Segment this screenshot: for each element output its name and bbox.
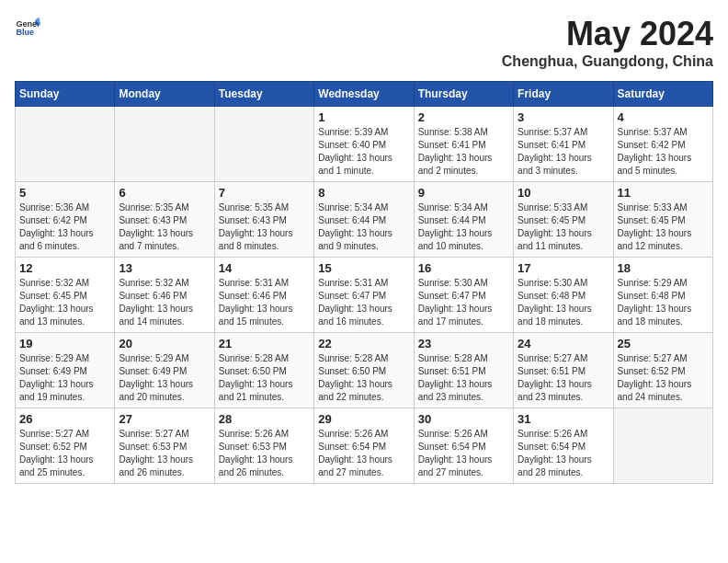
cell-date-number: 10	[518, 186, 609, 200]
calendar-cell: 10Sunrise: 5:33 AM Sunset: 6:45 PM Dayli…	[514, 182, 613, 258]
cell-info-text: Sunrise: 5:27 AM Sunset: 6:52 PM Dayligh…	[618, 352, 709, 404]
cell-date-number: 28	[219, 412, 310, 426]
cell-info-text: Sunrise: 5:31 AM Sunset: 6:47 PM Dayligh…	[318, 277, 409, 328]
cell-date-number: 30	[418, 412, 509, 426]
title-area: May 2024 Chenghua, Guangdong, China	[502, 15, 713, 70]
cell-info-text: Sunrise: 5:35 AM Sunset: 6:43 PM Dayligh…	[219, 201, 310, 253]
calendar-table: SundayMondayTuesdayWednesdayThursdayFrid…	[15, 81, 713, 484]
calendar-cell: 13Sunrise: 5:32 AM Sunset: 6:46 PM Dayli…	[115, 258, 214, 333]
cell-info-text: Sunrise: 5:34 AM Sunset: 6:44 PM Dayligh…	[318, 201, 409, 253]
calendar-cell: 25Sunrise: 5:27 AM Sunset: 6:52 PM Dayli…	[613, 333, 712, 408]
calendar-cell: 4Sunrise: 5:37 AM Sunset: 6:42 PM Daylig…	[613, 107, 712, 182]
calendar-cell: 27Sunrise: 5:27 AM Sunset: 6:53 PM Dayli…	[115, 408, 214, 484]
cell-info-text: Sunrise: 5:29 AM Sunset: 6:49 PM Dayligh…	[119, 352, 210, 404]
calendar-cell: 17Sunrise: 5:30 AM Sunset: 6:48 PM Dayli…	[514, 258, 613, 333]
cell-info-text: Sunrise: 5:26 AM Sunset: 6:54 PM Dayligh…	[418, 428, 509, 479]
cell-date-number: 13	[119, 261, 210, 275]
cell-info-text: Sunrise: 5:34 AM Sunset: 6:44 PM Dayligh…	[418, 201, 509, 253]
calendar-cell: 3Sunrise: 5:37 AM Sunset: 6:41 PM Daylig…	[514, 107, 613, 182]
cell-date-number: 9	[418, 186, 509, 200]
day-header-thursday: Thursday	[414, 82, 513, 107]
cell-date-number: 1	[318, 110, 409, 124]
calendar-week-4: 19Sunrise: 5:29 AM Sunset: 6:49 PM Dayli…	[16, 333, 713, 408]
calendar-cell	[16, 107, 115, 182]
calendar-cell	[613, 408, 712, 484]
calendar-cell: 11Sunrise: 5:33 AM Sunset: 6:45 PM Dayli…	[613, 182, 712, 258]
svg-text:Blue: Blue	[16, 28, 34, 37]
cell-info-text: Sunrise: 5:27 AM Sunset: 6:52 PM Dayligh…	[19, 428, 110, 479]
main-title: May 2024	[502, 15, 713, 53]
cell-date-number: 24	[518, 337, 609, 350]
calendar-cell: 26Sunrise: 5:27 AM Sunset: 6:52 PM Dayli…	[16, 408, 115, 484]
cell-info-text: Sunrise: 5:37 AM Sunset: 6:41 PM Dayligh…	[518, 126, 609, 178]
cell-info-text: Sunrise: 5:38 AM Sunset: 6:41 PM Dayligh…	[418, 126, 509, 178]
calendar-cell: 28Sunrise: 5:26 AM Sunset: 6:53 PM Dayli…	[214, 408, 313, 484]
cell-info-text: Sunrise: 5:28 AM Sunset: 6:50 PM Dayligh…	[219, 352, 310, 404]
calendar-body: 1Sunrise: 5:39 AM Sunset: 6:40 PM Daylig…	[16, 107, 713, 484]
cell-date-number: 27	[119, 412, 210, 426]
cell-info-text: Sunrise: 5:29 AM Sunset: 6:48 PM Dayligh…	[618, 277, 709, 328]
cell-date-number: 2	[418, 110, 509, 124]
calendar-cell: 23Sunrise: 5:28 AM Sunset: 6:51 PM Dayli…	[414, 333, 513, 408]
day-header-sunday: Sunday	[16, 82, 115, 107]
cell-info-text: Sunrise: 5:32 AM Sunset: 6:46 PM Dayligh…	[119, 277, 210, 328]
cell-info-text: Sunrise: 5:35 AM Sunset: 6:43 PM Dayligh…	[119, 201, 210, 253]
cell-info-text: Sunrise: 5:26 AM Sunset: 6:54 PM Dayligh…	[318, 428, 409, 479]
cell-info-text: Sunrise: 5:29 AM Sunset: 6:49 PM Dayligh…	[19, 352, 110, 404]
calendar-cell: 6Sunrise: 5:35 AM Sunset: 6:43 PM Daylig…	[115, 182, 214, 258]
cell-info-text: Sunrise: 5:30 AM Sunset: 6:48 PM Dayligh…	[518, 277, 609, 328]
cell-info-text: Sunrise: 5:31 AM Sunset: 6:46 PM Dayligh…	[219, 277, 310, 328]
calendar-cell: 29Sunrise: 5:26 AM Sunset: 6:54 PM Dayli…	[314, 408, 414, 484]
logo-icon: General Blue	[15, 15, 40, 40]
cell-date-number: 3	[518, 110, 609, 124]
cell-info-text: Sunrise: 5:36 AM Sunset: 6:42 PM Dayligh…	[19, 201, 110, 253]
calendar-cell: 5Sunrise: 5:36 AM Sunset: 6:42 PM Daylig…	[16, 182, 115, 258]
calendar-week-5: 26Sunrise: 5:27 AM Sunset: 6:52 PM Dayli…	[16, 408, 713, 484]
cell-info-text: Sunrise: 5:30 AM Sunset: 6:47 PM Dayligh…	[418, 277, 509, 328]
days-header-row: SundayMondayTuesdayWednesdayThursdayFrid…	[16, 82, 713, 107]
cell-date-number: 11	[618, 186, 709, 200]
cell-date-number: 26	[19, 412, 110, 426]
cell-date-number: 18	[618, 261, 709, 275]
calendar-cell: 16Sunrise: 5:30 AM Sunset: 6:47 PM Dayli…	[414, 258, 513, 333]
sub-title: Chenghua, Guangdong, China	[502, 53, 713, 70]
cell-info-text: Sunrise: 5:33 AM Sunset: 6:45 PM Dayligh…	[518, 201, 609, 253]
calendar-cell: 14Sunrise: 5:31 AM Sunset: 6:46 PM Dayli…	[214, 258, 313, 333]
day-header-wednesday: Wednesday	[314, 82, 414, 107]
cell-date-number: 12	[19, 261, 110, 275]
cell-info-text: Sunrise: 5:37 AM Sunset: 6:42 PM Dayligh…	[618, 126, 709, 178]
calendar-cell	[214, 107, 313, 182]
cell-date-number: 8	[318, 186, 409, 200]
calendar-cell: 24Sunrise: 5:27 AM Sunset: 6:51 PM Dayli…	[514, 333, 613, 408]
cell-date-number: 14	[219, 261, 310, 275]
cell-info-text: Sunrise: 5:32 AM Sunset: 6:45 PM Dayligh…	[19, 277, 110, 328]
cell-date-number: 23	[418, 337, 509, 350]
day-header-saturday: Saturday	[613, 82, 712, 107]
calendar-week-2: 5Sunrise: 5:36 AM Sunset: 6:42 PM Daylig…	[16, 182, 713, 258]
calendar-cell: 9Sunrise: 5:34 AM Sunset: 6:44 PM Daylig…	[414, 182, 513, 258]
cell-date-number: 22	[318, 337, 409, 350]
calendar-cell: 18Sunrise: 5:29 AM Sunset: 6:48 PM Dayli…	[613, 258, 712, 333]
cell-info-text: Sunrise: 5:27 AM Sunset: 6:53 PM Dayligh…	[119, 428, 210, 479]
cell-date-number: 20	[119, 337, 210, 350]
header: General Blue May 2024 Chenghua, Guangdon…	[15, 15, 713, 70]
calendar-week-1: 1Sunrise: 5:39 AM Sunset: 6:40 PM Daylig…	[16, 107, 713, 182]
cell-date-number: 31	[518, 412, 609, 426]
cell-info-text: Sunrise: 5:39 AM Sunset: 6:40 PM Dayligh…	[318, 126, 409, 178]
cell-info-text: Sunrise: 5:28 AM Sunset: 6:50 PM Dayligh…	[318, 352, 409, 404]
calendar-cell: 30Sunrise: 5:26 AM Sunset: 6:54 PM Dayli…	[414, 408, 513, 484]
cell-date-number: 21	[219, 337, 310, 350]
cell-date-number: 5	[19, 186, 110, 200]
cell-date-number: 7	[219, 186, 310, 200]
calendar-cell: 2Sunrise: 5:38 AM Sunset: 6:41 PM Daylig…	[414, 107, 513, 182]
cell-date-number: 17	[518, 261, 609, 275]
logo: General Blue	[15, 15, 40, 40]
day-header-friday: Friday	[514, 82, 613, 107]
calendar-cell	[115, 107, 214, 182]
cell-date-number: 25	[618, 337, 709, 350]
cell-info-text: Sunrise: 5:27 AM Sunset: 6:51 PM Dayligh…	[518, 352, 609, 404]
calendar-cell: 8Sunrise: 5:34 AM Sunset: 6:44 PM Daylig…	[314, 182, 414, 258]
calendar-cell: 7Sunrise: 5:35 AM Sunset: 6:43 PM Daylig…	[214, 182, 313, 258]
cell-info-text: Sunrise: 5:28 AM Sunset: 6:51 PM Dayligh…	[418, 352, 509, 404]
cell-info-text: Sunrise: 5:33 AM Sunset: 6:45 PM Dayligh…	[618, 201, 709, 253]
